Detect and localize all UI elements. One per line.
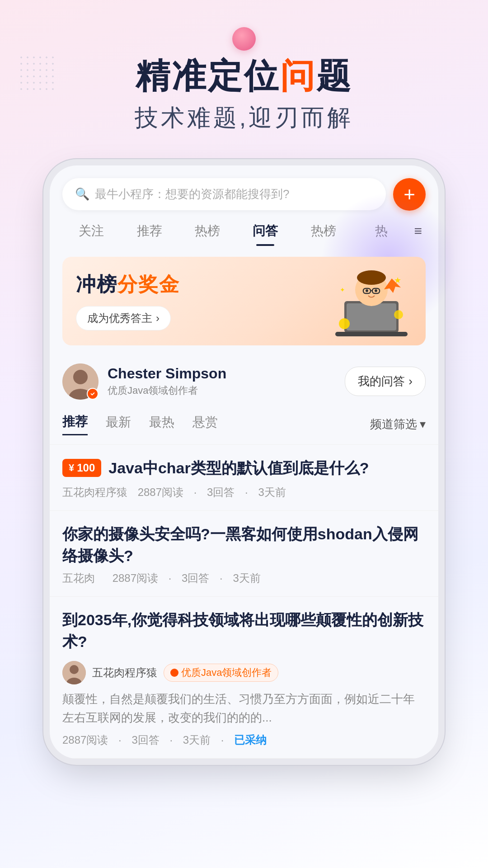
q2-answers: 3回答 xyxy=(182,572,209,584)
my-answer-button[interactable]: 我的问答 › xyxy=(345,367,426,396)
q2-reads: 2887阅读 xyxy=(113,572,158,584)
user-avatar-wrap xyxy=(62,363,99,400)
q2-meta: 五花肉 2887阅读 · 3回答 · 3天前 xyxy=(62,571,426,585)
filter-tab-recommend[interactable]: 推荐 xyxy=(62,413,88,435)
q3-adopted-tag: 已采纳 xyxy=(234,734,267,746)
svg-point-16 xyxy=(73,370,88,384)
tab-tuijian[interactable]: 推荐 xyxy=(120,219,178,243)
banner-title: 冲榜分奖金 xyxy=(76,271,313,298)
question-card-3[interactable]: 到2035年,你觉得科技领域将出现哪些颠覆性的创新技术? 五花肉程序猿 优质Ja… xyxy=(50,597,438,758)
add-button[interactable]: + xyxy=(393,178,426,211)
user-row: Chester Simpson 优质Java领域创作者 我的问答 › xyxy=(50,354,438,410)
q1-meta: 五花肉程序猿 2887阅读 · 3回答 · 3天前 xyxy=(62,485,426,500)
q3-badge-text: 优质Java领域创作者 xyxy=(181,666,272,679)
channel-filter-button[interactable]: 频道筛选 ▾ xyxy=(370,416,426,432)
q2-time: 3天前 xyxy=(233,572,260,584)
user-info: Chester Simpson 优质Java领域创作者 xyxy=(108,365,336,397)
banner-cta-button[interactable]: 成为优秀答主 › xyxy=(76,306,171,330)
banner-left: 冲榜分奖金 成为优秀答主 › xyxy=(76,271,313,330)
q3-preview: 颠覆性，自然是颠覆我们的生活、习惯乃至方方面面，例如近二十年左右互联网的发展，改… xyxy=(62,690,426,727)
q2-title: 你家的摄像头安全吗?一黑客如何使用shodan入侵网络摄像头? xyxy=(62,524,426,566)
hero-section: 精准定位问题 技术难题,迎刃而解 xyxy=(0,0,488,152)
filter-tab-hottest[interactable]: 最热 xyxy=(149,414,174,434)
promotion-banner[interactable]: 冲榜分奖金 成为优秀答主 › xyxy=(62,257,426,345)
svg-point-4 xyxy=(357,270,386,285)
q1-author: 五花肉程序猿 xyxy=(62,486,127,498)
tab-more-text[interactable]: 热 xyxy=(352,219,410,243)
q3-author-badge: 优质Java领域创作者 xyxy=(164,664,278,682)
search-bar[interactable]: 🔍 最牛小程序：想要的资源都能搜得到? xyxy=(62,178,386,210)
filter-tab-reward[interactable]: 悬赏 xyxy=(192,414,218,434)
svg-text:✦: ✦ xyxy=(340,286,345,293)
q2-author: 五花肉 xyxy=(62,572,95,584)
svg-rect-1 xyxy=(347,303,396,330)
dots-decoration xyxy=(18,54,54,90)
q3-meta: 2887阅读 · 3回答 · 3天前 · 已采纳 xyxy=(62,733,426,747)
q3-reads: 2887阅读 xyxy=(62,734,108,746)
question-card-2[interactable]: 你家的摄像头安全吗?一黑客如何使用shodan入侵网络摄像头? 五花肉 2887… xyxy=(50,511,438,597)
tab-wenda[interactable]: 问答 xyxy=(236,219,294,243)
user-tag: 优质Java领域创作者 xyxy=(108,384,336,397)
hero-subtitle: 技术难题,迎刃而解 xyxy=(0,102,488,134)
hero-orb-decoration xyxy=(232,27,256,51)
search-placeholder-text: 最牛小程序：想要的资源都能搜得到? xyxy=(95,186,289,202)
svg-point-18 xyxy=(89,391,96,397)
verified-badge xyxy=(87,388,99,400)
filter-tab-latest[interactable]: 最新 xyxy=(106,414,131,434)
filter-row: 推荐 最新 最热 悬赏 频道筛选 ▾ xyxy=(50,410,438,445)
banner-illustration: ★ ✦ xyxy=(313,269,412,333)
reward-badge-1: ¥ 100 xyxy=(62,459,101,477)
phone-mockup: 🔍 最牛小程序：想要的资源都能搜得到? + 关注 推荐 热榜 问答 热榜 热 ≡… xyxy=(50,165,438,759)
search-icon: 🔍 xyxy=(75,187,89,201)
tab-rebang1[interactable]: 热榜 xyxy=(178,219,236,243)
q1-answers: 3回答 xyxy=(207,486,235,498)
q3-author-row: 五花肉程序猿 优质Java领域创作者 xyxy=(62,661,426,684)
svg-point-12 xyxy=(339,318,350,329)
q1-header: ¥ 100 Java中char类型的默认值到底是什么? xyxy=(62,458,426,479)
q3-avatar xyxy=(62,661,86,684)
tab-guanzhu[interactable]: 关注 xyxy=(62,219,120,243)
nav-menu-icon[interactable]: ≡ xyxy=(411,223,426,239)
question-card-1[interactable]: ¥ 100 Java中char类型的默认值到底是什么? 五花肉程序猿 2887阅… xyxy=(50,445,438,511)
search-row: 🔍 最牛小程序：想要的资源都能搜得到? + xyxy=(50,165,438,219)
q3-answers: 3回答 xyxy=(131,734,159,746)
phone-frame: 🔍 最牛小程序：想要的资源都能搜得到? + 关注 推荐 热榜 问答 热榜 热 ≡… xyxy=(50,165,438,759)
user-name: Chester Simpson xyxy=(108,365,336,382)
q1-time: 3天前 xyxy=(258,486,286,498)
q3-author-name: 五花肉程序猿 xyxy=(92,665,157,680)
q3-badge-icon xyxy=(170,669,178,677)
reward-currency-icon: ¥ xyxy=(69,462,74,474)
svg-rect-2 xyxy=(335,332,408,336)
nav-tabs: 关注 推荐 热榜 问答 热榜 热 ≡ xyxy=(50,219,438,252)
q3-title: 到2035年,你觉得科技领域将出现哪些颠覆性的创新技术? xyxy=(62,609,426,652)
svg-point-9 xyxy=(375,289,377,292)
svg-point-13 xyxy=(394,310,403,319)
tab-rebang2[interactable]: 热榜 xyxy=(295,219,352,243)
q1-reads: 2887阅读 xyxy=(138,486,183,498)
svg-point-20 xyxy=(70,665,79,674)
hero-title: 精准定位问题 xyxy=(0,57,488,95)
svg-point-8 xyxy=(366,289,368,292)
q3-time: 3天前 xyxy=(183,734,211,746)
q1-title: Java中char类型的默认值到底是什么? xyxy=(108,458,369,479)
